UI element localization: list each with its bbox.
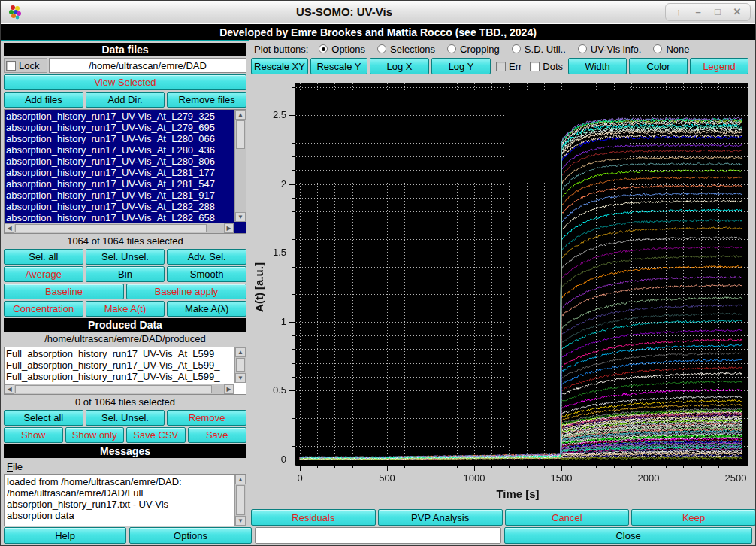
minimize-button[interactable]: – <box>690 5 706 20</box>
show-only-button[interactable]: Show only <box>65 427 125 443</box>
lock-control[interactable]: Lock <box>4 58 47 73</box>
show-button[interactable]: Show <box>4 427 63 443</box>
file-list-hscrollbar[interactable]: ◀ ▶ <box>5 223 234 233</box>
remove-files-button[interactable]: Remove files <box>167 92 246 108</box>
view-selected-button[interactable]: View Selected <box>4 74 246 90</box>
smooth-button[interactable]: Smooth <box>167 266 246 282</box>
scroll-right-icon[interactable]: ▶ <box>224 384 234 394</box>
scroll-thumb[interactable] <box>15 385 212 393</box>
help-button[interactable]: Help <box>4 527 126 544</box>
scroll-down-icon[interactable]: ▼ <box>235 516 246 526</box>
file-list-item[interactable]: absorption_history_run17_UV-Vis_At_L279_… <box>5 122 234 133</box>
scroll-up-icon[interactable]: ▲ <box>235 347 246 357</box>
file-list-vscrollbar[interactable]: ▲ ▼ <box>234 110 246 222</box>
keep-button[interactable]: Keep <box>631 509 756 526</box>
width-button[interactable]: Width <box>568 58 627 74</box>
produced-vscrollbar[interactable]: ▲ ▼ <box>234 347 246 383</box>
radio-sd-util[interactable]: S.D. Util.. <box>512 44 566 55</box>
err-checkbox[interactable] <box>496 62 506 71</box>
concentration-button[interactable]: Concentration <box>4 301 83 317</box>
file-list-item[interactable]: absorption_history_run17_UV-Vis_At_L282_… <box>5 201 234 212</box>
radio-icon[interactable] <box>512 44 521 53</box>
select-unselected-button[interactable]: Sel. Unsel. <box>86 249 165 265</box>
maximize-button[interactable]: □ <box>709 5 726 20</box>
scroll-thumb[interactable] <box>236 120 245 149</box>
file-list-item[interactable]: absorption_history_run17_UV-Vis_At_L279_… <box>5 111 234 122</box>
bin-button[interactable]: Bin <box>86 266 165 282</box>
messages-box[interactable]: loaded from /home/ultrascan/emre/DAD:/ho… <box>4 474 246 526</box>
scroll-up-icon[interactable]: ▲ <box>235 475 246 484</box>
scroll-left-icon[interactable]: ◀ <box>5 384 14 394</box>
lock-checkbox[interactable] <box>6 61 16 71</box>
data-files-path[interactable]: /home/ultrascan/emre/DAD <box>49 58 246 73</box>
messages-vscrollbar[interactable]: ▲ ▼ <box>234 475 246 526</box>
produced-remove-button[interactable]: Remove <box>167 410 246 426</box>
radio-icon[interactable] <box>377 44 386 53</box>
file-list-item[interactable]: absorption_history_run17_UV-Vis_At_L280_… <box>5 133 234 144</box>
file-menu[interactable]: File <box>7 461 23 472</box>
produced-hscrollbar[interactable]: ◀ ▶ <box>5 384 234 394</box>
radio-icon[interactable] <box>319 44 328 53</box>
err-checkbox-wrap[interactable]: Err <box>493 61 525 72</box>
pvp-analysis-button[interactable]: PVP Analysis <box>378 509 503 526</box>
baseline-button[interactable]: Baseline <box>4 284 124 299</box>
uv-vis-plot[interactable] <box>251 76 756 508</box>
produced-list-item[interactable]: Full_absorption_history_run17_UV-Vis_At_… <box>5 348 234 359</box>
scroll-down-icon[interactable]: ▼ <box>235 373 246 383</box>
legend-button[interactable]: Legend <box>690 58 748 74</box>
save-csv-button[interactable]: Save CSV <box>126 427 186 443</box>
radio-none[interactable]: None <box>653 44 689 55</box>
make-at-button[interactable]: Make A(t) <box>86 301 165 317</box>
close-window-button[interactable]: ✕ <box>729 5 745 20</box>
radio-cropping[interactable]: Cropping <box>447 44 500 55</box>
produced-select-all-button[interactable]: Select all <box>4 410 83 426</box>
scroll-thumb[interactable] <box>15 224 207 232</box>
window-title: US-SOMO: UV-Vis <box>23 5 665 18</box>
radio-uvvis-info[interactable]: UV-Vis info. <box>578 44 642 55</box>
rescale-y-button[interactable]: Rescale Y <box>310 58 367 74</box>
log-y-button[interactable]: Log Y <box>431 58 491 74</box>
produced-files-list[interactable]: Full_absorption_history_run17_UV-Vis_At_… <box>4 347 246 395</box>
add-files-button[interactable]: Add files <box>4 92 83 108</box>
file-list-item[interactable]: absorption_history_run17_UV-Vis_At_L282_… <box>5 212 234 222</box>
advanced-select-button[interactable]: Adv. Sel. <box>167 249 246 265</box>
produced-select-unselected-button[interactable]: Sel. Unsel. <box>86 410 165 426</box>
radio-selections[interactable]: Selections <box>377 44 435 55</box>
make-alambda-button[interactable]: Make A(λ) <box>167 301 246 317</box>
plot-buttons-label: Plot buttons: <box>254 44 308 55</box>
file-list-item[interactable]: absorption_history_run17_UV-Vis_At_L280_… <box>5 144 234 156</box>
radio-options[interactable]: Options <box>319 44 365 55</box>
rescale-xy-button[interactable]: Rescale XY <box>251 58 308 74</box>
select-all-button[interactable]: Sel. all <box>4 249 83 265</box>
produced-list-item[interactable]: Full_absorption_history_run17_UV-Vis_At_… <box>5 371 234 382</box>
options-button[interactable]: Options <box>129 527 252 544</box>
cancel-button[interactable]: Cancel <box>505 509 630 526</box>
baseline-apply-button[interactable]: Baseline apply <box>126 284 246 299</box>
status-input[interactable] <box>255 527 501 544</box>
residuals-button[interactable]: Residuals <box>251 509 376 526</box>
save-button[interactable]: Save <box>188 427 247 443</box>
dots-checkbox-wrap[interactable]: Dots <box>527 61 566 72</box>
scroll-thumb[interactable] <box>236 485 245 515</box>
color-button[interactable]: Color <box>629 58 688 74</box>
scroll-left-icon[interactable]: ◀ <box>5 223 14 233</box>
average-button[interactable]: Average <box>4 266 83 282</box>
file-list-item[interactable]: absorption_history_run17_UV-Vis_At_L281_… <box>5 178 234 190</box>
scroll-right-icon[interactable]: ▶ <box>224 223 234 233</box>
radio-icon[interactable] <box>447 44 456 53</box>
dots-checkbox[interactable] <box>530 62 540 71</box>
close-button[interactable]: Close <box>504 527 752 544</box>
radio-icon[interactable] <box>653 44 662 53</box>
scroll-up-icon[interactable]: ▲ <box>235 110 246 120</box>
file-list-item[interactable]: absorption_history_run17_UV-Vis_At_L281_… <box>5 167 234 178</box>
scroll-down-icon[interactable]: ▼ <box>235 212 246 222</box>
data-files-list[interactable]: absorption_history_run17_UV-Vis_At_L279_… <box>4 109 246 234</box>
scroll-thumb[interactable] <box>236 358 245 372</box>
file-list-item[interactable]: absorption_history_run17_UV-Vis_At_L281_… <box>5 190 234 201</box>
radio-icon[interactable] <box>578 44 587 53</box>
add-dir-button[interactable]: Add Dir. <box>86 92 165 108</box>
produced-list-item[interactable]: Full_absorption_history_run17_UV-Vis_At_… <box>5 359 234 371</box>
file-list-item[interactable]: absorption_history_run17_UV-Vis_At_L280_… <box>5 156 234 167</box>
log-x-button[interactable]: Log X <box>370 58 429 74</box>
shade-button[interactable]: ↑ <box>670 5 687 20</box>
